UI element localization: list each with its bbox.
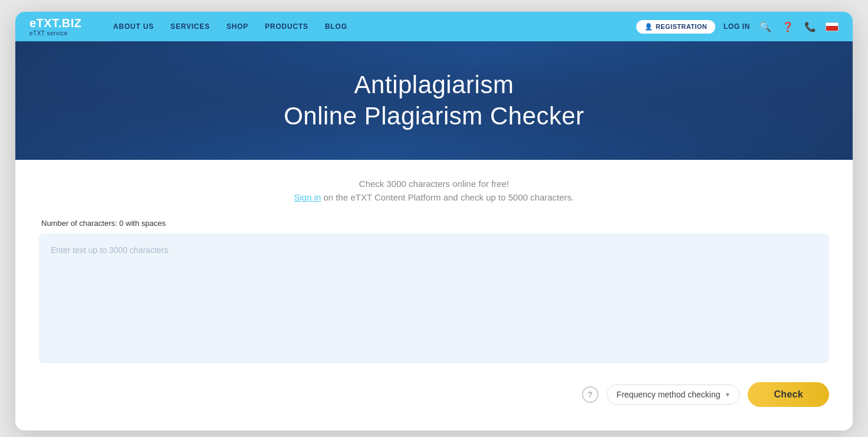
subtitle-line2: Sign in on the eTXT Content Platform and… (39, 192, 829, 202)
hero-title: Antiplagiarism Online Plagiarism Checker (284, 70, 584, 132)
question-mark-icon: ? (587, 390, 593, 399)
signin-link[interactable]: Sign in (294, 192, 321, 202)
phone-button[interactable]: 📞 (803, 19, 817, 34)
chevron-down-icon: ▾ (726, 390, 729, 399)
nav-services[interactable]: SERVICES (170, 22, 210, 31)
subtitle-area: Check 3000 characters online for free! S… (39, 179, 829, 202)
logo-area: eTXT.BIZ eTXT service (29, 17, 94, 37)
nav-right: 👤 REGISTRATION LOG IN 🔍 ❓ 📞 (636, 19, 839, 34)
char-count-value: 0 with spaces (119, 219, 166, 228)
browser-window: eTXT.BIZ eTXT service ABOUT US SERVICES … (15, 12, 853, 431)
login-button[interactable]: LOG IN (724, 22, 750, 31)
char-count: Number of characters: 0 with spaces (41, 219, 829, 228)
search-button[interactable]: 🔍 (758, 19, 772, 34)
help-circle-button[interactable]: ? (582, 386, 599, 403)
nav-shop[interactable]: SHOP (226, 22, 248, 31)
method-select-label: Frequency method checking (617, 390, 721, 399)
search-icon: 🔍 (760, 21, 771, 32)
registration-label: REGISTRATION (656, 23, 707, 30)
textarea-wrapper (39, 234, 829, 363)
logo-suffix: BIZ (62, 17, 82, 29)
help-button[interactable]: ❓ (781, 19, 795, 34)
method-select-dropdown[interactable]: Frequency method checking ▾ (607, 385, 740, 405)
text-input[interactable] (51, 244, 817, 350)
language-flag[interactable] (826, 22, 839, 31)
nav-links: ABOUT US SERVICES SHOP PRODUCTS BLOG (113, 22, 636, 31)
nav-products[interactable]: PRODUCTS (265, 22, 308, 31)
subtitle-line1: Check 3000 characters online for free! (39, 179, 829, 189)
check-button[interactable]: Check (748, 382, 829, 407)
hero-section: Antiplagiarism Online Plagiarism Checker (15, 41, 853, 160)
bottom-bar: ? Frequency method checking ▾ Check (39, 377, 829, 407)
subtitle-line2-text: on the eTXT Content Platform and check u… (321, 192, 574, 202)
hero-title-line2: Online Plagiarism Checker (284, 102, 584, 130)
main-content: Check 3000 characters online for free! S… (15, 160, 853, 431)
nav-blog[interactable]: BLOG (325, 22, 347, 31)
logo-text: eTXT.BIZ (29, 17, 81, 30)
question-icon: ❓ (782, 21, 794, 32)
logo-prefix: eTXT. (29, 17, 62, 29)
hero-content: Antiplagiarism Online Plagiarism Checker (284, 70, 584, 132)
phone-icon: 📞 (804, 21, 816, 32)
logo-subtitle: eTXT service (29, 30, 68, 37)
char-count-label: Number of characters: (41, 219, 117, 228)
nav-about[interactable]: ABOUT US (113, 22, 154, 31)
registration-button[interactable]: 👤 REGISTRATION (636, 20, 716, 34)
person-icon: 👤 (645, 23, 653, 31)
navbar: eTXT.BIZ eTXT service ABOUT US SERVICES … (15, 12, 853, 41)
hero-title-line1: Antiplagiarism (354, 71, 514, 98)
